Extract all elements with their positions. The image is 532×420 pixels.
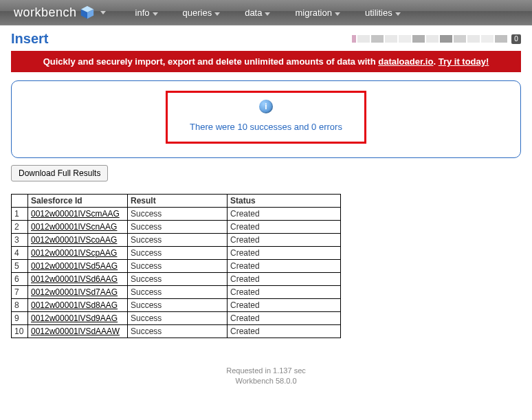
cell-salesforce-id: 0012w00001lVSd5AAG (28, 260, 128, 273)
salesforce-id-link[interactable]: 0012w00001lVSd8AAG (31, 300, 118, 310)
cell-salesforce-id: 0012w00001lVSd9AAG (28, 312, 128, 325)
salesforce-id-link[interactable]: 0012w00001lVScpAAG (31, 248, 117, 258)
swatch[interactable] (454, 35, 466, 43)
row-index: 3 (12, 234, 28, 247)
nav-migration[interactable]: migration (295, 8, 340, 18)
row-index: 2 (12, 221, 28, 234)
swatch[interactable] (426, 35, 439, 43)
cell-result: Success (128, 286, 228, 299)
swatch[interactable] (440, 35, 452, 43)
salesforce-id-link[interactable]: 0012w00001lVScnAAG (31, 222, 117, 232)
salesforce-id-link[interactable]: 0012w00001lVSd9AAG (31, 313, 118, 323)
col-result: Result (128, 195, 228, 208)
cell-status: Created (228, 247, 341, 260)
row-index: 6 (12, 273, 28, 286)
info-box: i There were 10 successes and 0 errors (166, 91, 366, 144)
cell-salesforce-id: 0012w00001lVSd6AAG (28, 273, 128, 286)
brand-label: workbench (14, 5, 77, 20)
promo-banner: Quickly and securely import, export and … (11, 51, 521, 72)
cell-status: Created (228, 260, 341, 273)
footer: Requested in 1.137 sec Workbench 58.0.0 (0, 366, 532, 387)
row-index: 8 (12, 299, 28, 312)
caret-down-icon (335, 12, 340, 16)
cell-result: Success (128, 221, 228, 234)
salesforce-id-link[interactable]: 0012w00001lVSd7AAG (31, 287, 118, 297)
cell-status: Created (228, 234, 341, 247)
badge-count: 0 (511, 34, 521, 44)
salesforce-id-link[interactable]: 0012w00001lVSd5AAG (31, 261, 118, 271)
caret-down-icon (100, 11, 106, 14)
table-row: 10012w00001lVScmAAGSuccessCreated (12, 208, 341, 221)
banner-text: Quickly and securely import, export and … (43, 56, 379, 67)
swatch[interactable] (352, 35, 356, 43)
cell-result: Success (128, 273, 228, 286)
cell-status: Created (228, 286, 341, 299)
caret-down-icon (214, 12, 220, 16)
cell-status: Created (228, 221, 341, 234)
salesforce-id-link[interactable]: 0012w00001lVScmAAG (31, 209, 120, 219)
cell-status: Created (228, 208, 341, 221)
top-nav: workbench info queries data migration ut… (0, 0, 532, 25)
color-swatches[interactable]: 0 (352, 34, 521, 44)
col-index (12, 195, 28, 208)
table-row: 60012w00001lVSd6AAGSuccessCreated (12, 273, 341, 286)
caret-down-icon (265, 12, 270, 16)
caret-down-icon (153, 12, 158, 16)
salesforce-id-link[interactable]: 0012w00001lVSdAAAW (31, 327, 120, 336)
cell-salesforce-id: 0012w00001lVSdAAAW (28, 325, 128, 338)
table-row: 80012w00001lVSd8AAGSuccessCreated (12, 299, 341, 312)
swatch[interactable] (385, 35, 397, 43)
swatch[interactable] (412, 35, 425, 43)
row-index: 4 (12, 247, 28, 260)
swatch[interactable] (399, 35, 411, 43)
title-row: Insert 0 (0, 25, 532, 51)
cell-result: Success (128, 260, 228, 273)
table-row: 70012w00001lVSd7AAGSuccessCreated (12, 286, 341, 299)
cell-result: Success (128, 325, 228, 338)
cell-salesforce-id: 0012w00001lVScmAAG (28, 208, 128, 221)
page-title: Insert (11, 31, 48, 47)
cell-result: Success (128, 247, 228, 260)
footer-timing: Requested in 1.137 sec (0, 366, 532, 376)
col-salesforce-id: Salesforce Id (28, 195, 128, 208)
cell-salesforce-id: 0012w00001lVSd7AAG (28, 286, 128, 299)
swatch[interactable] (481, 35, 494, 43)
nav-data[interactable]: data (245, 8, 270, 18)
nav-utilities[interactable]: utilities (365, 8, 401, 18)
table-row: 20012w00001lVScnAAGSuccessCreated (12, 221, 341, 234)
table-row: 30012w00001lVScoAAGSuccessCreated (12, 234, 341, 247)
info-panel: i There were 10 successes and 0 errors (11, 80, 521, 158)
cell-status: Created (228, 325, 341, 338)
swatch[interactable] (357, 35, 370, 43)
table-row: 40012w00001lVScpAAGSuccessCreated (12, 247, 341, 260)
brand[interactable]: workbench (14, 5, 106, 20)
nav-info[interactable]: info (135, 8, 158, 18)
row-index: 1 (12, 208, 28, 221)
table-row: 100012w00001lVSdAAAWSuccessCreated (12, 325, 341, 338)
salesforce-id-link[interactable]: 0012w00001lVScoAAG (31, 235, 117, 245)
info-icon: i (259, 100, 273, 113)
cell-result: Success (128, 234, 228, 247)
banner-link-dataloader[interactable]: dataloader.io (378, 56, 433, 67)
banner-link-try[interactable]: Try it today! (439, 56, 489, 67)
nav-queries[interactable]: queries (183, 8, 221, 18)
cell-result: Success (128, 312, 228, 325)
swatch[interactable] (467, 35, 480, 43)
download-full-results-button[interactable]: Download Full Results (11, 165, 108, 181)
salesforce-id-link[interactable]: 0012w00001lVSd6AAG (31, 274, 118, 284)
cell-salesforce-id: 0012w00001lVScoAAG (28, 234, 128, 247)
cube-icon (80, 5, 95, 20)
table-header-row: Salesforce Id Result Status (12, 195, 341, 208)
row-index: 5 (12, 260, 28, 273)
caret-down-icon (395, 12, 401, 16)
cell-salesforce-id: 0012w00001lVSd8AAG (28, 299, 128, 312)
results-table: Salesforce Id Result Status 10012w00001l… (11, 194, 341, 338)
swatch[interactable] (371, 35, 384, 43)
swatch[interactable] (495, 35, 507, 43)
cell-status: Created (228, 299, 341, 312)
row-index: 9 (12, 312, 28, 325)
footer-version: Workbench 58.0.0 (0, 376, 532, 386)
cell-salesforce-id: 0012w00001lVScnAAG (28, 221, 128, 234)
cell-result: Success (128, 299, 228, 312)
info-message: There were 10 successes and 0 errors (190, 122, 342, 132)
